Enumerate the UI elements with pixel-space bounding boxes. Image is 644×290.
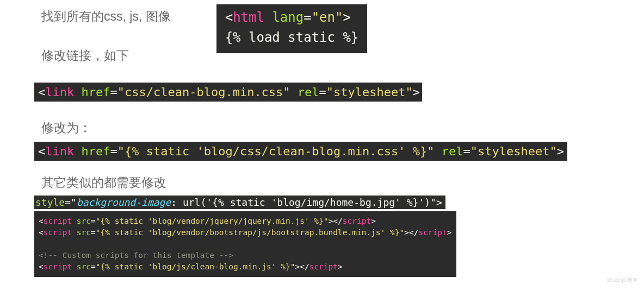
attr-name: lang (272, 10, 304, 25)
equals: =" (65, 197, 77, 208)
attr-value: "stylesheet" (326, 85, 413, 99)
template-tag: {% load static %} (225, 30, 359, 45)
angle-bracket: > (338, 262, 343, 271)
tag-name: script (309, 262, 338, 271)
equals: = (463, 144, 470, 158)
attr-value: "{% static 'blog/vendor/bootstrap/js/boo… (96, 228, 404, 237)
code-block-link-before: <link href="css/clean-blog.min.css" rel=… (34, 83, 422, 102)
angle-bracket: < (225, 10, 233, 25)
attr-value: "{% static 'blog/vendor/jquery/jquery.mi… (96, 217, 329, 225)
instruction-line-2: 修改链接，如下 (0, 48, 171, 64)
angle-bracket: </ (409, 228, 418, 237)
angle-bracket: > (371, 217, 376, 225)
angle-bracket: > (413, 85, 420, 99)
attr-name: href (81, 144, 110, 158)
equals: = (110, 85, 117, 99)
angle-bracket: > (295, 262, 300, 271)
attr-name: src (77, 228, 91, 237)
space (74, 144, 81, 158)
attr-value: "css/clean-blog.min.css" (117, 85, 290, 99)
attr-name: rel (298, 85, 319, 99)
attr-value: "stylesheet" (470, 144, 557, 158)
angle-bracket: </ (300, 262, 309, 271)
angle-bracket: < (39, 228, 44, 237)
code-row: <link href="{% static 'blog/css/clean-bl… (34, 136, 644, 161)
instruction-line-3: 修改为： (0, 120, 644, 136)
angle-bracket: > (343, 10, 350, 25)
attr-name: src (77, 217, 91, 225)
angle-bracket: > (404, 228, 409, 237)
angle-bracket: < (39, 262, 44, 271)
attr-name: href (81, 85, 110, 99)
css-value: : url('{% static 'blog/img/home-bg.jpg' … (171, 197, 442, 208)
instruction-line-4: 其它类似的都需要修改 (0, 175, 644, 191)
code-block-scripts: <script src="{% static 'blog/vendor/jque… (34, 211, 456, 277)
space (435, 144, 442, 158)
tag-name: html (233, 10, 264, 25)
angle-bracket: > (447, 228, 452, 237)
angle-bracket: </ (333, 217, 342, 225)
tag-name: link (45, 144, 74, 158)
space (290, 85, 298, 99)
space (264, 10, 272, 25)
attr-name: src (77, 262, 91, 271)
left-text-column: 找到所有的css, js, 图像 修改链接，如下 (0, 4, 171, 64)
code-row: <script src="{% static 'blog/vendor/jque… (34, 209, 644, 277)
code-comment: <!-- Custom scripts for this template --… (39, 251, 233, 260)
space (74, 85, 81, 99)
angle-bracket: < (39, 217, 44, 225)
attr-value: "{% static 'blog/css/clean-blog.min.css'… (117, 144, 435, 158)
space (72, 262, 77, 271)
equals: = (319, 85, 326, 99)
instruction-line-1: 找到所有的css, js, 图像 (0, 9, 171, 25)
equals: = (91, 217, 96, 225)
tag-name: script (44, 262, 72, 271)
code-block-link-after: <link href="{% static 'blog/css/clean-bl… (34, 142, 567, 161)
angle-bracket: > (557, 144, 564, 158)
tag-name: script (44, 217, 72, 225)
tag-name: script (418, 228, 447, 237)
attr-name: style (35, 197, 65, 208)
equals: = (110, 144, 117, 158)
angle-bracket: > (329, 217, 333, 225)
angle-bracket: < (38, 85, 45, 99)
tag-name: script (44, 228, 72, 237)
angle-bracket: < (38, 144, 45, 158)
attr-value: "en" (312, 10, 343, 25)
attr-name: rel (442, 144, 463, 158)
code-block-style: style="background-image: url('{% static … (34, 196, 445, 209)
equals: = (304, 10, 311, 25)
attr-value: "{% static 'blog/js/clean-blog.min.js' %… (96, 262, 295, 271)
tag-name: link (45, 85, 74, 99)
equals: = (91, 228, 96, 237)
space (72, 228, 77, 237)
code-row: style="background-image: url('{% static … (34, 191, 644, 209)
top-row: 找到所有的css, js, 图像 修改链接，如下 <html lang="en"… (0, 4, 644, 64)
css-prop: background-image (77, 197, 171, 208)
tag-name: script (343, 217, 371, 225)
code-row: <link href="css/clean-blog.min.css" rel=… (34, 64, 644, 102)
code-block-html-load: <html lang="en"> {% load static %} (216, 4, 368, 53)
equals: = (91, 262, 96, 271)
space (72, 217, 77, 225)
